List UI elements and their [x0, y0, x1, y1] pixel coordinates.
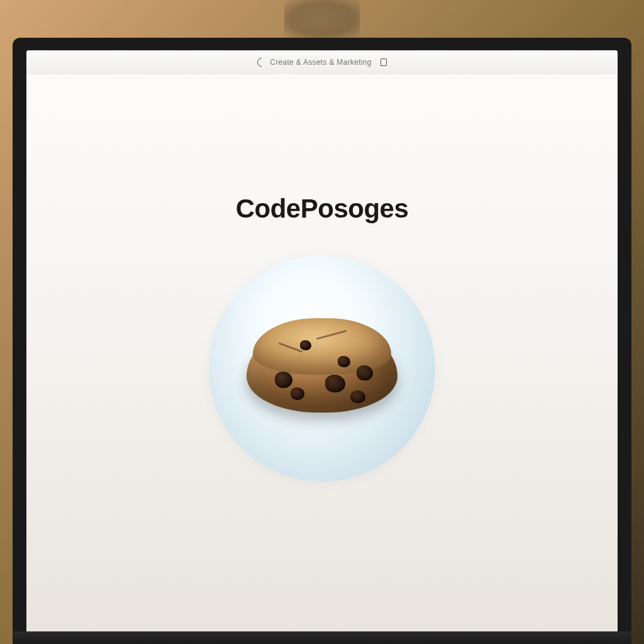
- chocolate-chip: [350, 391, 365, 403]
- cookie-top: [253, 318, 391, 375]
- chocolate-chip: [300, 340, 311, 350]
- screen: Create & Assets & Marketing CodePosoges: [26, 50, 618, 644]
- chocolate-chip: [291, 387, 304, 400]
- page-title: CodePosoges: [236, 194, 409, 224]
- chocolate-chip: [338, 356, 350, 367]
- refresh-icon[interactable]: [255, 56, 268, 69]
- laptop-bezel: Create & Assets & Marketing CodePosoges: [13, 38, 631, 644]
- laptop-keyboard-edge: [13, 631, 631, 644]
- cookie-image: [240, 306, 404, 431]
- url-bar[interactable]: Create & Assets & Marketing: [257, 58, 387, 67]
- chocolate-chip: [325, 375, 345, 392]
- chocolate-chip: [357, 365, 373, 380]
- url-text: Create & Assets & Marketing: [270, 58, 372, 67]
- chocolate-chip: [275, 372, 292, 388]
- page-content: CodePosoges: [26, 74, 618, 644]
- laptop-camera-area: [284, 0, 360, 38]
- hero-image-circle: [209, 255, 435, 482]
- bookmark-icon[interactable]: [380, 58, 387, 66]
- browser-toolbar: Create & Assets & Marketing: [26, 50, 618, 74]
